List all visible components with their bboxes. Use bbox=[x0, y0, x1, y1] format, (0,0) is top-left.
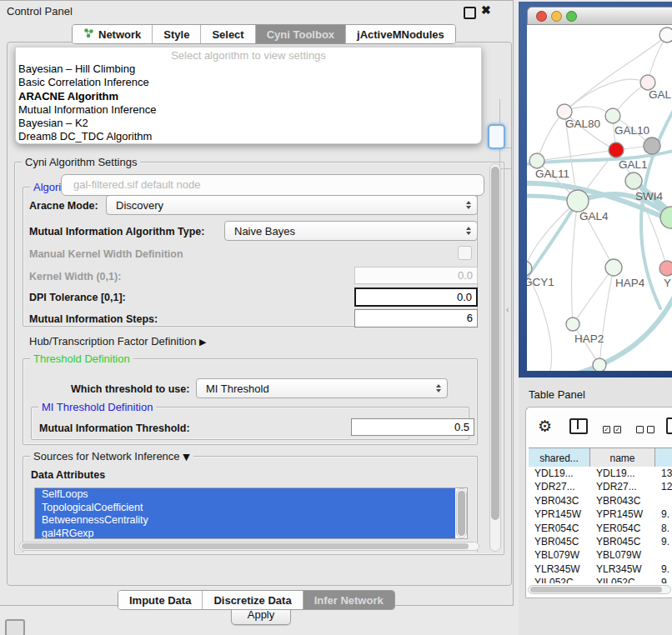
table-cell bbox=[655, 548, 672, 562]
tab-select[interactable]: Select bbox=[201, 25, 255, 43]
hub-definition-section[interactable]: Hub/Transcription Factor Definition ▶ bbox=[29, 335, 206, 348]
mi-steps-label: Mutual Information Steps: bbox=[29, 313, 158, 325]
splitter-handle[interactable]: ‹ bbox=[506, 305, 509, 314]
table-panel-title: Table Panel bbox=[529, 388, 585, 401]
network-node-GAL1[interactable] bbox=[609, 142, 624, 158]
tab-network[interactable]: Network bbox=[73, 25, 153, 43]
network-node-SWI4[interactable] bbox=[625, 172, 642, 189]
split-columns-icon[interactable] bbox=[569, 418, 588, 434]
algorithm-option-bayesian-k2[interactable]: Bayesian – K2 bbox=[16, 117, 481, 130]
network-window-titlebar[interactable] bbox=[527, 7, 672, 25]
table-row[interactable]: YBR045CYBR045C9. bbox=[529, 535, 672, 548]
table-row[interactable]: YBL079WYBL079W bbox=[529, 548, 672, 562]
hub-definition-label: Hub/Transcription Factor Definition bbox=[29, 335, 196, 348]
spinner-arrows-icon bbox=[466, 227, 471, 235]
data-attributes-list[interactable]: SelfLoopsTopologicalCoefficientBetweenne… bbox=[34, 488, 468, 539]
table-row[interactable]: YDR27...YDR27...12 bbox=[529, 480, 672, 493]
tab-cyni-toolbox[interactable]: Cyni Toolbox bbox=[256, 25, 346, 43]
network-node-node-top[interactable] bbox=[659, 28, 672, 42]
mi-type-combo[interactable]: Naive Bayes bbox=[224, 221, 478, 241]
mi-steps-field[interactable]: 6 bbox=[354, 309, 478, 328]
which-threshold-value: MI Threshold bbox=[206, 382, 269, 395]
table-cell: YBL079W bbox=[590, 548, 655, 562]
gear-icon[interactable]: ⚙ bbox=[538, 417, 552, 435]
main-tab-bar: NetworkStyleSelectCyni ToolboxjActiveMNo… bbox=[72, 24, 456, 44]
unchecked-pair-icon[interactable] bbox=[636, 422, 654, 437]
bottom-tab-discretize-data[interactable]: Discretize Data bbox=[203, 591, 303, 609]
threshold-definition-title: Threshold Definition bbox=[30, 352, 133, 365]
table-row[interactable]: YLR345WYLR345W9. bbox=[529, 562, 672, 576]
network-node-HAP4[interactable] bbox=[605, 259, 622, 276]
table-cell: YPR145W bbox=[590, 508, 655, 521]
bottom-tab-infer-network[interactable]: Infer Network bbox=[303, 591, 394, 609]
tab-label: Discretize Data bbox=[213, 594, 291, 607]
table-cell: YDR27... bbox=[590, 480, 655, 493]
node-label-HAP2: HAP2 bbox=[574, 332, 604, 345]
network-node-GAL11[interactable] bbox=[529, 153, 544, 168]
algorithm-option-aracne-algorithm[interactable]: ARACNE Algorithm bbox=[16, 90, 481, 103]
window-close-icon[interactable] bbox=[536, 11, 547, 22]
split-divider bbox=[577, 420, 579, 429]
attribute-item-betweennesscentrality[interactable]: BetweennessCentrality bbox=[35, 514, 455, 528]
expand-right-icon: ▶ bbox=[199, 337, 206, 348]
network-canvas[interactable]: GALGAL80GAL10GAL1SWI4GAL11GAL4GCY1HAP4YH… bbox=[527, 25, 672, 371]
window-zoom-icon[interactable] bbox=[566, 11, 577, 22]
attribute-item-topologicalcoefficient[interactable]: TopologicalCoefficient bbox=[35, 502, 455, 515]
network-edge bbox=[572, 201, 578, 324]
tab-jactivemnodules[interactable]: jActiveMNodules bbox=[346, 25, 455, 43]
network-node-node-bottom[interactable] bbox=[593, 358, 606, 371]
kernel-width-field[interactable]: 0.0 bbox=[354, 267, 478, 284]
checked-pair-icon[interactable]: ✓ ✓ bbox=[603, 422, 621, 437]
table-row[interactable]: YIL052CYIL052C9 bbox=[529, 576, 672, 583]
algorithm-option-mutual-information-inference[interactable]: Mutual Information Inference bbox=[16, 103, 481, 117]
settings-scrollbar-thumb[interactable] bbox=[491, 167, 499, 520]
manual-kernel-checkbox[interactable] bbox=[458, 246, 472, 260]
dpi-tolerance-field[interactable]: 0.0 bbox=[354, 288, 478, 307]
algorithm-option-dream8-dc-tdc-algorithm[interactable]: Dream8 DC_TDC Algorithm bbox=[16, 130, 481, 143]
mi-threshold-field[interactable]: 0.5 bbox=[351, 418, 474, 436]
network-node-node-gray[interactable] bbox=[644, 138, 660, 154]
table-cell: YBR045C bbox=[590, 535, 655, 548]
attributes-scrollbar[interactable] bbox=[456, 488, 467, 538]
table-hscrollbar-thumb[interactable] bbox=[530, 587, 662, 592]
network-node-GAL4[interactable] bbox=[567, 190, 589, 212]
column-header-2[interactable] bbox=[655, 448, 672, 468]
column-header-shared-[interactable]: shared... bbox=[529, 448, 590, 468]
network-node-Y[interactable] bbox=[659, 261, 672, 276]
settings-group-title: Cyni Algorithm Settings bbox=[22, 156, 140, 168]
table-panel-region: Table Panel ⚙ ✓ ✓ shared...name YDL19...… bbox=[519, 378, 672, 635]
attribute-item-selfloops[interactable]: SelfLoops bbox=[35, 488, 455, 502]
sources-group-title[interactable]: Sources for Network Inference ▼ bbox=[30, 450, 193, 462]
network-node-GAL10[interactable] bbox=[605, 108, 620, 123]
aracne-mode-combo[interactable]: Discovery bbox=[106, 195, 478, 215]
bottom-tab-impute-data[interactable]: Impute Data bbox=[118, 591, 203, 609]
sources-hscrollbar[interactable] bbox=[19, 542, 479, 551]
tab-style[interactable]: Style bbox=[153, 25, 201, 43]
column-header-name[interactable]: name bbox=[590, 448, 655, 468]
dpi-tolerance-label: DPI Tolerance [0,1]: bbox=[29, 292, 126, 303]
table-row[interactable]: YDL19...YDL19...13 bbox=[529, 467, 672, 480]
window-minimize-icon[interactable] bbox=[551, 11, 562, 22]
settings-scrollbar[interactable] bbox=[489, 163, 501, 552]
table-cell: 9. bbox=[655, 535, 672, 548]
sources-hscrollbar-thumb[interactable] bbox=[22, 543, 469, 549]
table-hscrollbar[interactable] bbox=[528, 585, 671, 594]
attributes-scrollbar-thumb[interactable] bbox=[458, 491, 465, 536]
algorithm-dropdown-overlay: Select algorithm to view settings Bayesi… bbox=[15, 47, 482, 144]
document-icon[interactable] bbox=[666, 418, 672, 434]
table-row[interactable]: YER054CYER054C8. bbox=[529, 522, 672, 535]
network-node-HAP2[interactable] bbox=[566, 318, 579, 331]
panel-corner-icon[interactable] bbox=[5, 619, 25, 635]
algorithm-option-basic-correlation-inference[interactable]: Basic Correlation Inference bbox=[16, 76, 481, 89]
control-panel-title: Control Panel bbox=[7, 5, 73, 18]
network-combo-fragment[interactable]: gal-filtered.sif default node bbox=[61, 174, 484, 196]
which-threshold-combo[interactable]: MI Threshold bbox=[196, 378, 448, 398]
hidden-combo-spinner-fragment[interactable] bbox=[488, 124, 505, 149]
table-body: YDL19...YDL19...13YDR27...YDR27...12YBR0… bbox=[529, 467, 672, 583]
algorithm-option-bayesian-hill-climbing[interactable]: Bayesian – Hill Climbing bbox=[16, 62, 481, 76]
table-row[interactable]: YBR043CYBR043C bbox=[529, 494, 672, 508]
float-icon[interactable] bbox=[464, 7, 476, 19]
close-icon[interactable]: ✖ bbox=[481, 3, 491, 17]
attribute-item-gal4rgexp[interactable]: gal4RGexp bbox=[35, 528, 455, 540]
table-row[interactable]: YPR145WYPR145W9. bbox=[529, 508, 672, 521]
